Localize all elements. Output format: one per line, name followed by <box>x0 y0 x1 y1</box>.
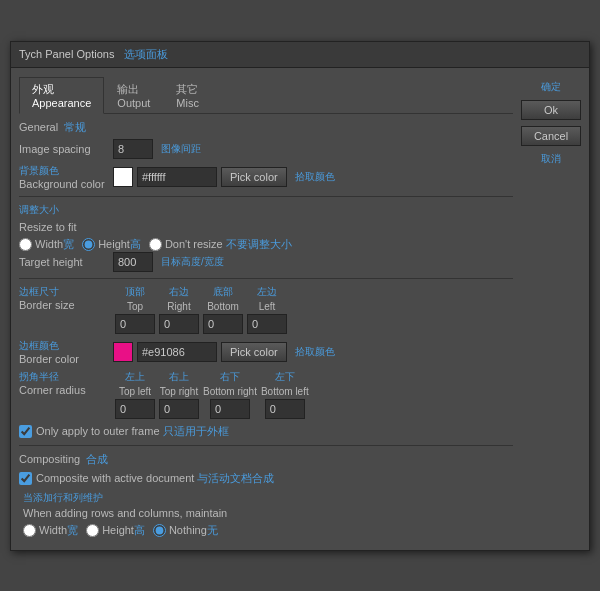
width-radio-label: Width宽 <box>35 237 74 252</box>
side-buttons: 确定 Ok Cancel 取消 <box>521 76 581 542</box>
maintain-section: 当添加行和列维护 When adding rows and columns, m… <box>23 491 513 538</box>
outer-frame-label: Only apply to outer frame 只适用于外框 <box>36 424 229 439</box>
title-bar: Tych Panel Options 选项面板 <box>11 42 589 68</box>
corner-topleft-input[interactable] <box>115 399 155 419</box>
maintain-height-label: Height高 <box>102 523 145 538</box>
composite-row: Composite with active document 与活动文档合成 <box>19 471 513 486</box>
dialog-body: 外观 Appearance 输出 Output 其它 Misc General <box>11 68 589 550</box>
composite-checkbox[interactable] <box>19 472 32 485</box>
corner-topright-col: 右上 Top right <box>159 370 199 419</box>
bg-color-swatch[interactable] <box>113 167 133 187</box>
maintain-nothing-label: Nothing无 <box>169 523 218 538</box>
maintain-en-label: When adding rows and columns, maintain <box>23 507 513 519</box>
composite-label: Composite with active document 与活动文档合成 <box>36 471 274 486</box>
height-radio-label: Height高 <box>98 237 141 252</box>
resize-en-label: Resize to fit <box>19 221 513 233</box>
compositing-section-label: Compositing 合成 <box>19 452 513 467</box>
maintain-nothing-radio[interactable] <box>153 524 166 537</box>
outer-frame-row: Only apply to outer frame 只适用于外框 <box>19 424 513 439</box>
bg-pick-color-btn[interactable]: Pick color <box>221 167 287 187</box>
height-radio[interactable] <box>82 238 95 251</box>
corner-bottomleft-input[interactable] <box>265 399 305 419</box>
maintain-radio-group: Width宽 Height高 Nothing无 <box>23 523 513 538</box>
border-color-label: 边框颜色 Border color <box>19 339 109 365</box>
tab-output[interactable]: 输出 Output <box>104 77 163 114</box>
cancel-button[interactable]: Cancel <box>521 126 581 146</box>
tab-appearance[interactable]: 外观 Appearance <box>19 77 104 114</box>
border-left-input[interactable] <box>247 314 287 334</box>
resize-section: 调整大小 Resize to fit Width宽 He <box>19 203 513 272</box>
image-spacing-label: Image spacing <box>19 143 109 155</box>
outer-frame-checkbox[interactable] <box>19 425 32 438</box>
maintain-cn-label: 当添加行和列维护 <box>23 491 513 505</box>
border-bottom-col: 底部 Bottom <box>203 285 243 334</box>
tab-misc[interactable]: 其它 Misc <box>163 77 212 114</box>
border-right-input[interactable] <box>159 314 199 334</box>
corner-bottomright-col: 右下 Bottom right <box>203 370 257 419</box>
target-height-input[interactable] <box>113 252 153 272</box>
maintain-width-label: Width宽 <box>39 523 78 538</box>
border-size-label: 边框尺寸 Border size <box>19 285 109 311</box>
dont-resize-label: Don't resize 不要调整大小 <box>165 237 292 252</box>
border-top-col: 顶部 Top <box>115 285 155 334</box>
maintain-nothing-item[interactable]: Nothing无 <box>153 523 218 538</box>
width-radio[interactable] <box>19 238 32 251</box>
height-radio-item[interactable]: Height高 <box>82 237 141 252</box>
ok-cn-label: 确定 <box>541 80 561 94</box>
maintain-height-item[interactable]: Height高 <box>86 523 145 538</box>
maintain-height-radio[interactable] <box>86 524 99 537</box>
width-radio-item[interactable]: Width宽 <box>19 237 74 252</box>
app-title-cn: 选项面板 <box>124 47 168 62</box>
bg-color-hex-input[interactable] <box>137 167 217 187</box>
border-top-input[interactable] <box>115 314 155 334</box>
dont-resize-radio[interactable] <box>149 238 162 251</box>
resize-label: 调整大小 <box>19 203 513 217</box>
target-height-label: Target height <box>19 256 109 268</box>
border-color-swatch[interactable] <box>113 342 133 362</box>
border-size-section: 边框尺寸 Border size 顶部 Top 右边 Right <box>19 285 513 334</box>
border-pick-color-btn[interactable]: Pick color <box>221 342 287 362</box>
border-bottom-input[interactable] <box>203 314 243 334</box>
bg-color-label: 背景颜色 Background color <box>19 164 109 190</box>
corner-radius-label: 拐角半径 Corner radius <box>19 370 109 396</box>
border-left-col: 左边 Left <box>247 285 287 334</box>
ok-button[interactable]: Ok <box>521 100 581 120</box>
app-title: Tych Panel Options <box>19 48 114 60</box>
image-spacing-row: Image spacing 图像间距 <box>19 139 513 159</box>
corner-topright-input[interactable] <box>159 399 199 419</box>
maintain-width-item[interactable]: Width宽 <box>23 523 78 538</box>
resize-radio-group: Width宽 Height高 Don't resize 不要调整大小 <box>19 237 513 252</box>
border-color-row: 边框颜色 Border color Pick color 拾取颜色 <box>19 339 513 365</box>
cancel-cn-label: 取消 <box>541 152 561 166</box>
dont-resize-radio-item[interactable]: Don't resize 不要调整大小 <box>149 237 292 252</box>
tab-bar: 外观 Appearance 输出 Output 其它 Misc <box>19 76 513 114</box>
corner-bottomright-input[interactable] <box>210 399 250 419</box>
corner-topleft-col: 左上 Top left <box>115 370 155 419</box>
corner-bottomleft-col: 左下 Bottom left <box>261 370 309 419</box>
general-section-label: General 常规 <box>19 120 513 135</box>
maintain-width-radio[interactable] <box>23 524 36 537</box>
border-right-col: 右边 Right <box>159 285 199 334</box>
image-spacing-input[interactable] <box>113 139 153 159</box>
main-panel: 外观 Appearance 输出 Output 其它 Misc General <box>19 76 513 542</box>
corner-radius-section: 拐角半径 Corner radius 左上 Top left 右上 Top ri… <box>19 370 513 419</box>
dialog: Tych Panel Options 选项面板 外观 Appearance 输出… <box>10 41 590 551</box>
border-color-hex-input[interactable] <box>137 342 217 362</box>
target-height-row: Target height 目标高度/宽度 <box>19 252 513 272</box>
background-color-row: 背景颜色 Background color Pick color 拾取颜色 <box>19 164 513 190</box>
